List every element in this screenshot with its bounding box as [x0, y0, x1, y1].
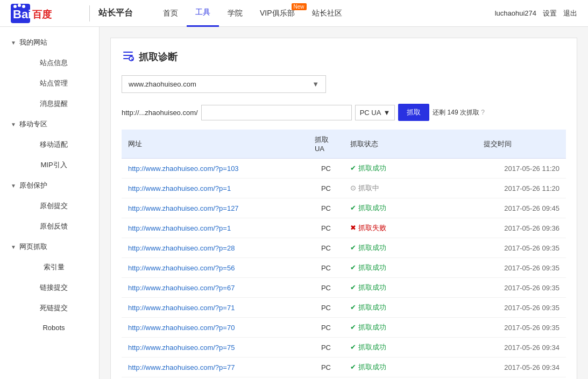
table-row: http://www.zhaohuiseo.com/?p=1PC✖抓取失败201… — [122, 218, 566, 238]
nav-vip[interactable]: VIP俱乐部 New — [251, 0, 303, 27]
info-icon: ? — [481, 109, 485, 116]
crawl-time: 2017-05-26 09:34 — [477, 357, 566, 377]
crawl-time: 2017-05-26 09:35 — [477, 258, 566, 278]
ua-chevron-icon: ▼ — [383, 109, 390, 117]
nav-tools[interactable]: 工具 — [187, 0, 219, 27]
crawl-ua: PC — [308, 159, 344, 178]
crawl-ua: PC — [308, 218, 344, 238]
sidebar-section-my-site-label: 我的网站 — [19, 38, 47, 47]
crawl-url-link[interactable]: http://www.zhaohuiseo.com/?p=1 — [128, 224, 231, 232]
sidebar-item-mip[interactable]: MIP引入 — [0, 155, 99, 175]
col-header-status: 抓取状态 — [344, 130, 477, 159]
table-row: http://www.zhaohuiseo.com/?p=28PC✔抓取成功20… — [122, 238, 566, 258]
crawl-status: ✔抓取成功 — [344, 258, 477, 278]
remaining-suffix: 次抓取 — [460, 109, 479, 116]
sidebar-section-my-site[interactable]: ▼ 我的网站 — [0, 32, 99, 53]
crawl-url-link[interactable]: http://www.zhaohuiseo.com/?p=103 — [128, 165, 239, 173]
sidebar-section-webcrawl[interactable]: ▼ 网页抓取 — [0, 237, 99, 257]
crawl-status: ✔抓取成功 — [344, 338, 477, 357]
crawl-time: 2017-05-26 09:35 — [477, 278, 566, 298]
platform-name: 站长平台 — [98, 8, 133, 19]
sidebar-item-site-manage[interactable]: 站点管理 — [0, 73, 99, 94]
nav-vip-label: VIP俱乐部 — [260, 9, 295, 18]
nav-community[interactable]: 站长社区 — [303, 0, 351, 27]
ua-label: PC UA — [360, 109, 381, 117]
content-card: 抓取诊断 www.zhaohuiseo.com ▼ http://...zhao… — [110, 38, 577, 379]
sidebar-item-index[interactable]: 索引量 — [0, 257, 99, 277]
svg-point-2 — [13, 5, 17, 8]
main-layout: ▼ 我的网站 站点信息 站点管理 消息提醒 ▼ 移动专区 移动适配 MIP引入 … — [0, 27, 588, 379]
crawl-time: 2017-05-26 11:20 — [477, 178, 566, 198]
header: Bai 百度 站长平台 首页 工具 学院 VIP俱乐部 New 站长社区 luc… — [0, 0, 588, 27]
header-right: luchaohui274 设置 退出 — [495, 9, 577, 18]
sidebar-item-link-submit[interactable]: 链接提交 — [0, 277, 99, 298]
crawl-url-link[interactable]: http://www.zhaohuiseo.com/?p=1 — [128, 184, 231, 192]
baidu-logo: Bai 百度 — [11, 4, 70, 23]
main-nav: 首页 工具 学院 VIP俱乐部 New 站长社区 — [154, 0, 495, 27]
crawl-url-link[interactable]: http://www.zhaohuiseo.com/?p=71 — [128, 304, 235, 312]
sidebar-item-original-feedback[interactable]: 原创反馈 — [0, 216, 99, 237]
sidebar-item-mobile-adapt[interactable]: 移动适配 — [0, 134, 99, 155]
crawl-url-link[interactable]: http://www.zhaohuiseo.com/?p=56 — [128, 264, 235, 272]
crawl-time: 2017-05-26 09:34 — [477, 338, 566, 357]
crawl-url-link[interactable]: http://www.zhaohuiseo.com/?p=77 — [128, 363, 235, 371]
crawl-table: 网址 抓取UA 抓取状态 提交时间 http://www.zhaohuiseo.… — [122, 130, 566, 379]
crawl-ua: PC — [308, 198, 344, 218]
table-row: http://www.zhaohuiseo.com/?p=56PC✔抓取成功20… — [122, 258, 566, 278]
sidebar-item-robots[interactable]: Robots — [0, 318, 99, 337]
table-row: http://www.zhaohuiseo.com/?p=1PC⊙抓取中2017… — [122, 178, 566, 198]
sidebar-item-notification[interactable]: 消息提醒 — [0, 94, 99, 114]
table-row: http://www.zhaohuiseo.com/?p=127PC✔抓取成功2… — [122, 198, 566, 218]
crawl-ua: PC — [308, 178, 344, 198]
chevron-down-icon: ▼ — [312, 80, 319, 88]
crawl-url-link[interactable]: http://www.zhaohuiseo.com/?p=28 — [128, 244, 235, 252]
ua-selector[interactable]: PC UA ▼ — [355, 105, 395, 120]
crawl-diagnose-icon — [122, 49, 134, 65]
col-header-time: 提交时间 — [477, 130, 566, 159]
sidebar-section-original[interactable]: ▼ 原创保护 — [0, 175, 99, 196]
sidebar-section-mobile[interactable]: ▼ 移动专区 — [0, 114, 99, 134]
crawl-button[interactable]: 抓取 — [398, 104, 429, 121]
logo-container: Bai 百度 — [11, 4, 70, 23]
nav-home[interactable]: 首页 — [154, 0, 187, 27]
col-header-url: 网址 — [122, 130, 308, 159]
username-link[interactable]: luchaohui274 — [495, 9, 536, 17]
crawl-time: 2017-05-26 09:34 — [477, 377, 566, 380]
crawl-time: 2017-05-26 09:36 — [477, 218, 566, 238]
table-row: http://www.zhaohuiseo.com/?p=67PC✔抓取成功20… — [122, 278, 566, 298]
crawl-ua: PC — [308, 357, 344, 377]
col-header-ua: 抓取UA — [308, 130, 344, 159]
page-title: 抓取诊断 — [139, 51, 178, 63]
sidebar-item-original-submit[interactable]: 原创提交 — [0, 196, 99, 216]
sidebar-item-site-info[interactable]: 站点信息 — [0, 53, 99, 73]
table-header-row: 网址 抓取UA 抓取状态 提交时间 — [122, 130, 566, 159]
crawl-status: ✔抓取成功 — [344, 278, 477, 298]
sidebar-item-dead-link[interactable]: 死链提交 — [0, 298, 99, 318]
table-row: http://www.zhaohuiseo.com/?p=103PC✔抓取成功2… — [122, 159, 566, 178]
url-path-input[interactable] — [201, 105, 352, 120]
crawl-ua: PC — [308, 278, 344, 298]
crawl-status: ✔抓取成功 — [344, 318, 477, 338]
logout-link[interactable]: 退出 — [563, 9, 577, 18]
arrow-icon-original: ▼ — [11, 183, 16, 189]
crawl-time: 2017-05-26 11:20 — [477, 159, 566, 178]
arrow-icon-mobile: ▼ — [11, 121, 16, 127]
crawl-status: ✔抓取成功 — [344, 238, 477, 258]
crawl-status: ✔抓取成功 — [344, 377, 477, 380]
arrow-icon-webcrawl: ▼ — [11, 244, 16, 250]
crawl-url-link[interactable]: http://www.zhaohuiseo.com/?p=70 — [128, 324, 235, 332]
domain-selector[interactable]: www.zhaohuiseo.com ▼ — [122, 75, 326, 93]
crawl-status: ✔抓取成功 — [344, 198, 477, 218]
crawl-url-link[interactable]: http://www.zhaohuiseo.com/?p=67 — [128, 284, 235, 292]
crawl-status: ✖抓取失败 — [344, 218, 477, 238]
url-prefix-label: http://...zhaohuiseo.com/ — [122, 109, 198, 117]
settings-link[interactable]: 设置 — [543, 9, 557, 18]
svg-point-4 — [22, 5, 25, 8]
crawl-url-link[interactable]: http://www.zhaohuiseo.com/?p=127 — [128, 204, 239, 212]
nav-academy[interactable]: 学院 — [219, 0, 251, 27]
header-divider — [89, 5, 90, 22]
crawl-time: 2017-05-26 09:35 — [477, 238, 566, 258]
crawl-ua: PC — [308, 318, 344, 338]
crawl-url-link[interactable]: http://www.zhaohuiseo.com/?p=75 — [128, 344, 235, 352]
sidebar-section-original-label: 原创保护 — [19, 181, 47, 190]
